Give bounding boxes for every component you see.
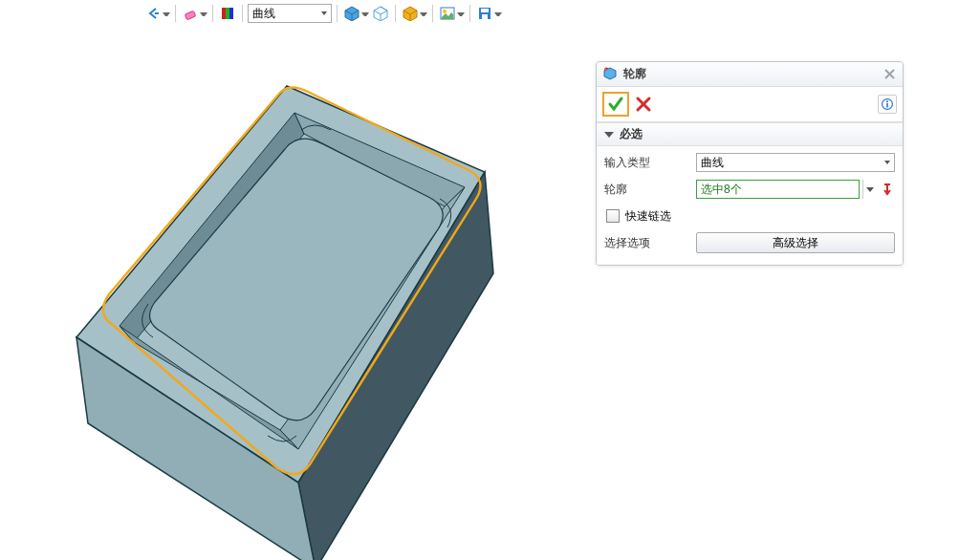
separator	[242, 5, 243, 22]
profile-label: 轮廓	[604, 182, 696, 198]
dropdown-icon[interactable]	[457, 12, 465, 20]
combo-value: 曲线	[701, 155, 724, 171]
confirm-button[interactable]	[602, 92, 629, 117]
section-required-header[interactable]: 必选	[597, 122, 903, 146]
svg-rect-14	[481, 9, 489, 12]
row-select-options: 选择选项 高级选择	[604, 232, 895, 253]
collapse-icon	[604, 132, 614, 138]
quick-chain-label: 快速链选	[625, 208, 671, 225]
dropdown-icon[interactable]	[200, 12, 207, 20]
combo-value: 曲线	[252, 6, 275, 22]
panel-body: 输入类型 曲线 轮廓 选中8个 快速链选 选择选项 高级选择	[597, 146, 903, 265]
panel-icon	[602, 67, 618, 82]
svg-rect-27	[884, 183, 890, 185]
svg-rect-0	[155, 12, 159, 14]
svg-rect-2	[222, 8, 226, 19]
info-button[interactable]	[878, 95, 897, 114]
svg-rect-15	[482, 14, 488, 19]
cube-gold-icon[interactable]	[401, 4, 420, 23]
profile-selection-field[interactable]: 选中8个	[696, 180, 860, 199]
profile-panel: 轮廓 必选 输入类型 曲线 轮廓 选中8个	[596, 61, 904, 266]
close-button[interactable]	[882, 67, 897, 82]
selection-value: 选中8个	[701, 182, 742, 198]
dropdown-icon[interactable]	[420, 12, 427, 20]
row-quick-chain: 快速链选	[604, 205, 895, 226]
svg-point-25	[886, 100, 888, 102]
svg-marker-23	[604, 68, 616, 79]
row-input-type: 输入类型 曲线	[604, 152, 895, 173]
separator	[337, 5, 338, 22]
input-type-label: 输入类型	[604, 155, 696, 171]
svg-rect-26	[886, 103, 888, 108]
dropdown-icon[interactable]	[163, 12, 170, 20]
row-profile: 轮廓 选中8个	[604, 179, 895, 200]
svg-rect-3	[226, 8, 229, 19]
dropdown-icon[interactable]	[361, 12, 369, 20]
separator	[212, 5, 213, 22]
panel-title: 轮廓	[623, 66, 882, 82]
image-icon[interactable]	[438, 4, 457, 23]
selection-dropdown-icon[interactable]	[862, 180, 876, 199]
cube-solid-icon[interactable]	[342, 4, 361, 23]
selection-pin-icon[interactable]	[880, 182, 895, 197]
cube-wire-icon[interactable]	[371, 4, 390, 23]
cancel-button[interactable]	[631, 92, 656, 117]
panel-header: 轮廓	[597, 62, 903, 87]
advanced-select-button[interactable]: 高级选择	[696, 232, 895, 253]
selection-filter-combo[interactable]: 曲线	[248, 4, 332, 23]
panel-actions	[597, 87, 903, 122]
separator	[175, 5, 176, 22]
svg-rect-4	[229, 8, 233, 19]
eraser-icon[interactable]	[181, 4, 200, 23]
nav-back-icon[interactable]	[143, 4, 163, 23]
button-label: 高级选择	[773, 235, 818, 251]
svg-point-12	[443, 10, 447, 13]
model-3d	[38, 55, 535, 560]
separator	[395, 5, 396, 22]
dropdown-icon[interactable]	[494, 12, 502, 20]
svg-rect-1	[185, 11, 196, 20]
palette-icon[interactable]	[218, 4, 237, 23]
quick-chain-checkbox[interactable]	[606, 209, 620, 223]
toolbar: 曲线	[143, 2, 502, 25]
input-type-combo[interactable]: 曲线	[696, 153, 895, 172]
separator	[469, 5, 470, 22]
section-label: 必选	[620, 126, 643, 142]
select-options-label: 选择选项	[604, 235, 696, 251]
save-icon[interactable]	[475, 4, 494, 23]
separator	[432, 5, 433, 22]
